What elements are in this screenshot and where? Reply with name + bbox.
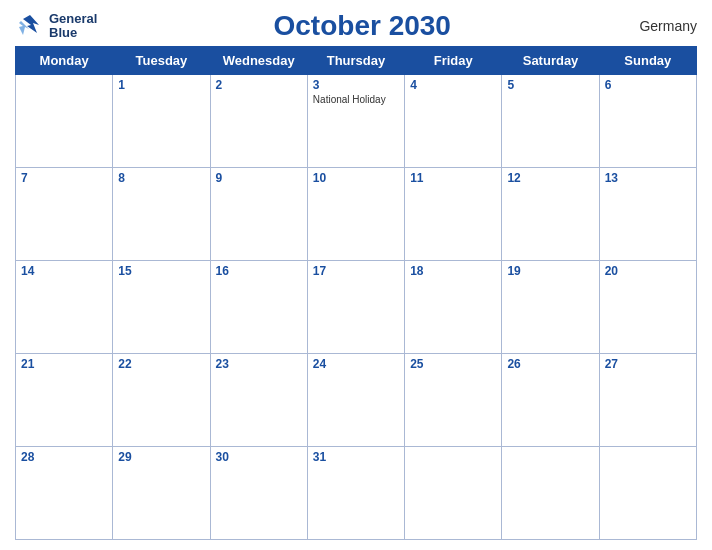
- logo-icon: [15, 11, 45, 41]
- day-number: 1: [118, 78, 204, 92]
- day-number: 17: [313, 264, 399, 278]
- calendar-day-cell: 26: [502, 354, 599, 447]
- weekday-header-cell: Monday: [16, 47, 113, 75]
- svg-marker-0: [23, 15, 39, 33]
- day-number: 6: [605, 78, 691, 92]
- calendar-day-cell: 22: [113, 354, 210, 447]
- day-number: 22: [118, 357, 204, 371]
- weekday-header-cell: Wednesday: [210, 47, 307, 75]
- calendar-day-cell: 27: [599, 354, 696, 447]
- calendar-day-cell: 11: [405, 168, 502, 261]
- day-number: 20: [605, 264, 691, 278]
- day-number: 28: [21, 450, 107, 464]
- calendar-day-cell: 20: [599, 261, 696, 354]
- calendar-week-row: 123National Holiday456: [16, 75, 697, 168]
- day-number: 18: [410, 264, 496, 278]
- calendar-header: GeneralBlue October 2030 Germany: [15, 10, 697, 42]
- day-number: 5: [507, 78, 593, 92]
- calendar-day-cell: 15: [113, 261, 210, 354]
- day-number: 21: [21, 357, 107, 371]
- calendar-day-cell: 14: [16, 261, 113, 354]
- weekday-header-row: MondayTuesdayWednesdayThursdayFridaySatu…: [16, 47, 697, 75]
- day-number: 19: [507, 264, 593, 278]
- calendar-day-cell: 30: [210, 447, 307, 540]
- calendar-day-cell: 4: [405, 75, 502, 168]
- day-number: 7: [21, 171, 107, 185]
- day-number: 25: [410, 357, 496, 371]
- day-number: 26: [507, 357, 593, 371]
- logo-text: GeneralBlue: [49, 12, 97, 41]
- calendar-day-cell: [405, 447, 502, 540]
- calendar-day-cell: 16: [210, 261, 307, 354]
- day-number: 9: [216, 171, 302, 185]
- day-number: 23: [216, 357, 302, 371]
- day-number: 3: [313, 78, 399, 92]
- day-number: 4: [410, 78, 496, 92]
- day-number: 30: [216, 450, 302, 464]
- calendar-day-cell: [599, 447, 696, 540]
- day-number: 24: [313, 357, 399, 371]
- calendar-title: October 2030: [97, 10, 627, 42]
- calendar-day-cell: 17: [307, 261, 404, 354]
- calendar-day-cell: 6: [599, 75, 696, 168]
- calendar-day-cell: 5: [502, 75, 599, 168]
- weekday-header-cell: Sunday: [599, 47, 696, 75]
- calendar-day-cell: 19: [502, 261, 599, 354]
- day-number: 12: [507, 171, 593, 185]
- calendar-day-cell: 12: [502, 168, 599, 261]
- weekday-header-cell: Tuesday: [113, 47, 210, 75]
- day-number: 14: [21, 264, 107, 278]
- calendar-table: MondayTuesdayWednesdayThursdayFridaySatu…: [15, 46, 697, 540]
- calendar-day-cell: 23: [210, 354, 307, 447]
- calendar-day-cell: 10: [307, 168, 404, 261]
- day-number: 15: [118, 264, 204, 278]
- weekday-header-cell: Thursday: [307, 47, 404, 75]
- day-number: 27: [605, 357, 691, 371]
- day-number: 8: [118, 171, 204, 185]
- day-number: 13: [605, 171, 691, 185]
- day-number: 31: [313, 450, 399, 464]
- day-number: 16: [216, 264, 302, 278]
- calendar-week-row: 28293031: [16, 447, 697, 540]
- calendar-day-cell: 3National Holiday: [307, 75, 404, 168]
- calendar-day-cell: 25: [405, 354, 502, 447]
- calendar-day-cell: 9: [210, 168, 307, 261]
- calendar-day-cell: [502, 447, 599, 540]
- calendar-week-row: 14151617181920: [16, 261, 697, 354]
- calendar-day-cell: 28: [16, 447, 113, 540]
- calendar-day-cell: [16, 75, 113, 168]
- calendar-day-cell: 21: [16, 354, 113, 447]
- svg-marker-1: [19, 21, 29, 35]
- weekday-header-cell: Saturday: [502, 47, 599, 75]
- calendar-day-cell: 1: [113, 75, 210, 168]
- calendar-week-row: 21222324252627: [16, 354, 697, 447]
- holiday-label: National Holiday: [313, 94, 399, 105]
- day-number: 2: [216, 78, 302, 92]
- calendar-week-row: 78910111213: [16, 168, 697, 261]
- logo: GeneralBlue: [15, 11, 97, 41]
- weekday-header-cell: Friday: [405, 47, 502, 75]
- calendar-day-cell: 8: [113, 168, 210, 261]
- calendar-day-cell: 2: [210, 75, 307, 168]
- calendar-day-cell: 29: [113, 447, 210, 540]
- calendar-day-cell: 24: [307, 354, 404, 447]
- calendar-day-cell: 13: [599, 168, 696, 261]
- day-number: 29: [118, 450, 204, 464]
- country-label: Germany: [627, 18, 697, 34]
- calendar-day-cell: 7: [16, 168, 113, 261]
- calendar-body: 123National Holiday456789101112131415161…: [16, 75, 697, 540]
- calendar-day-cell: 18: [405, 261, 502, 354]
- day-number: 11: [410, 171, 496, 185]
- calendar-day-cell: 31: [307, 447, 404, 540]
- day-number: 10: [313, 171, 399, 185]
